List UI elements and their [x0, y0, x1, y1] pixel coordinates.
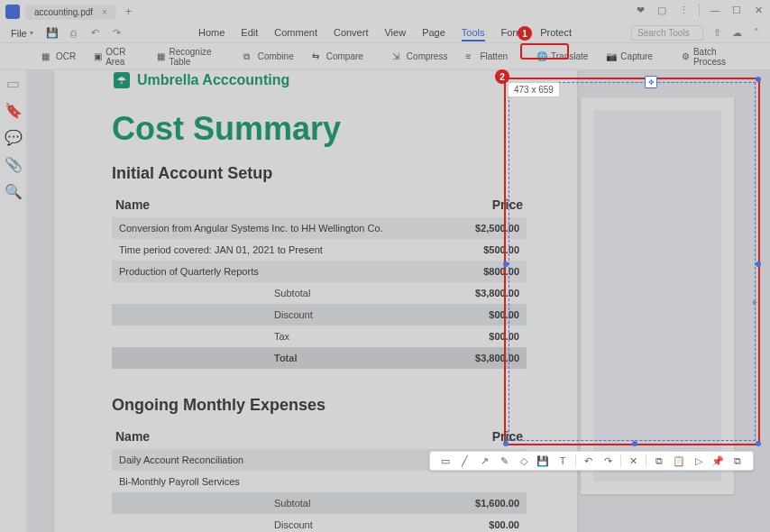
tab-edit[interactable]: Edit	[241, 25, 258, 41]
ocr-button[interactable]: ▦OCR	[36, 49, 81, 65]
discount-row: Discount$00.00	[112, 304, 527, 326]
file-menu[interactable]: File	[7, 26, 37, 41]
titlebar: accounting.pdf × + ❤ ▢ ⋮ — ☐ ✕	[0, 0, 770, 23]
tab-home[interactable]: Home	[198, 25, 225, 41]
flatten-icon: ≡	[465, 51, 476, 62]
ocr-area-button[interactable]: ▣OCR Area	[88, 44, 133, 69]
tab-convert[interactable]: Convert	[334, 25, 369, 41]
text-tool-icon[interactable]: T	[555, 454, 570, 468]
arrow-tool-icon[interactable]: ↗	[477, 454, 491, 468]
tab-page[interactable]: Page	[422, 25, 445, 41]
capture-highlight	[520, 43, 569, 60]
batch-icon: ⚙	[682, 51, 690, 62]
table-row: Conversion from Angular Systems Inc. to …	[112, 217, 527, 239]
line-tool-icon[interactable]: ╱	[458, 454, 472, 468]
brand-name: Umbrella Acccounting	[137, 72, 289, 88]
table-row: Bi-Monthly Payroll Services	[112, 471, 527, 492]
tab-title: accounting.pdf	[34, 7, 93, 17]
move-handle-icon[interactable]: ✥	[645, 76, 657, 88]
compare-icon: ⇆	[312, 51, 323, 62]
subtotal-row: Subtotal$3,800.00	[112, 282, 527, 304]
comments-icon[interactable]: 💬	[6, 130, 21, 144]
pen-tool-icon[interactable]: ✎	[497, 454, 511, 468]
tab-comment[interactable]: Comment	[274, 25, 317, 41]
separator	[699, 4, 700, 16]
next-page-arrow[interactable]: ▸	[753, 297, 757, 307]
discount-row: Discount$00.00	[112, 514, 527, 532]
section-2-table: NamePrice Daily Account Reconciliation$1…	[112, 424, 527, 532]
selection-size: 473 x 659	[508, 82, 560, 97]
total-row: Total$3,800.00	[112, 347, 527, 369]
capture-icon: 📷	[606, 51, 617, 62]
recognize-table-button[interactable]: ▦Recognize Table	[151, 44, 219, 69]
table-row: Production of Quarterly Reports$800.00	[112, 261, 527, 282]
section-1-heading: Initial Account Setup	[112, 164, 532, 183]
page-title: Cost Summary	[112, 110, 532, 148]
document-tab[interactable]: accounting.pdf ×	[25, 5, 116, 20]
export-tool-icon[interactable]: ▷	[692, 454, 706, 468]
more-icon[interactable]: ⋮	[677, 4, 690, 16]
col-price: Price	[435, 424, 527, 449]
table-icon: ▦	[157, 51, 165, 62]
batch-process-button[interactable]: ⚙Batch Process	[676, 44, 734, 69]
cancel-capture-icon[interactable]: ✕	[627, 454, 641, 468]
menu-tabs: Home Edit Comment Convert View Page Tool…	[198, 25, 572, 41]
app-logo	[5, 5, 20, 19]
tools-toolbar: ▦OCR ▣OCR Area ▦Recognize Table ⧉Combine…	[0, 43, 770, 70]
collapse-icon[interactable]: ˄	[750, 27, 763, 40]
left-sidebar: ▭ 🔖 💬 📎 🔍	[0, 70, 27, 532]
redo-tool-icon[interactable]: ↷	[600, 454, 615, 468]
close-icon[interactable]: ✕	[752, 4, 765, 16]
compress-icon: ⇲	[392, 51, 403, 62]
thumbnails-icon[interactable]: ▭	[6, 76, 21, 90]
col-price: Price	[454, 192, 527, 217]
callout-1: 1	[518, 26, 532, 41]
combine-button[interactable]: ⧉Combine	[238, 49, 299, 65]
share-tool-icon[interactable]: ⧉	[730, 454, 745, 468]
brand-logo-icon: ☂	[114, 72, 130, 88]
col-name: Name	[112, 192, 454, 217]
maximize-icon[interactable]: ☐	[730, 4, 743, 16]
subtotal-row: Subtotal$1,600.00	[112, 492, 527, 514]
print-icon[interactable]: ⎙	[68, 27, 80, 40]
copy-tool-icon[interactable]: ⧉	[652, 454, 666, 468]
rect-tool-icon[interactable]: ▭	[438, 454, 453, 468]
cloud-icon[interactable]: ☁	[730, 27, 743, 40]
feedback-icon[interactable]: ❤	[634, 4, 646, 16]
tab-close-icon[interactable]: ×	[102, 7, 107, 17]
page-2-thumb	[581, 97, 734, 494]
share-icon[interactable]: ⇧	[710, 27, 723, 40]
present-icon[interactable]: ▢	[655, 4, 668, 16]
search-side-icon[interactable]: 🔍	[6, 184, 21, 198]
flatten-button[interactable]: ≡Flatten	[460, 49, 513, 65]
section-2-heading: Ongoing Monthly Expenses	[112, 396, 532, 415]
ocr-area-icon: ▣	[94, 51, 102, 62]
tab-view[interactable]: View	[384, 25, 406, 41]
capture-toolbar: ▭ ╱ ↗ ✎ ◇ 💾 T ↶ ↷ ✕ ⧉ 📋 ▷ 📌 ⧉	[429, 451, 754, 471]
tab-protect[interactable]: Protect	[540, 25, 572, 41]
menubar: File 💾 ⎙ ↶ ↷ Home Edit Comment Convert V…	[0, 23, 770, 43]
save-tool-icon[interactable]: 💾	[536, 454, 550, 468]
bookmarks-icon[interactable]: 🔖	[6, 103, 21, 117]
search-input[interactable]: Search Tools	[631, 25, 703, 41]
save-icon[interactable]: 💾	[46, 27, 59, 40]
capture-button[interactable]: 📷Capture	[600, 49, 658, 65]
minimize-icon[interactable]: —	[709, 4, 721, 16]
section-1-table: NamePrice Conversion from Angular System…	[112, 192, 527, 369]
tax-row: Tax$00.00	[112, 326, 527, 347]
undo-icon[interactable]: ↶	[89, 27, 102, 40]
tab-tools[interactable]: Tools	[462, 25, 485, 41]
combine-icon: ⧉	[243, 51, 254, 62]
compress-button[interactable]: ⇲Compress	[387, 49, 454, 65]
table-row: Time period covered: JAN 01, 2021 to Pre…	[112, 239, 527, 261]
new-tab-button[interactable]: +	[125, 5, 132, 18]
attachments-icon[interactable]: 📎	[6, 157, 21, 171]
compare-button[interactable]: ⇆Compare	[307, 49, 369, 65]
ocr-icon: ▦	[41, 51, 52, 62]
col-name: Name	[112, 424, 435, 449]
redo-icon[interactable]: ↷	[111, 27, 124, 40]
clipboard-tool-icon[interactable]: 📋	[672, 454, 686, 468]
pin-tool-icon[interactable]: 📌	[710, 454, 725, 468]
highlighter-tool-icon[interactable]: ◇	[517, 454, 531, 468]
undo-tool-icon[interactable]: ↶	[582, 454, 596, 468]
